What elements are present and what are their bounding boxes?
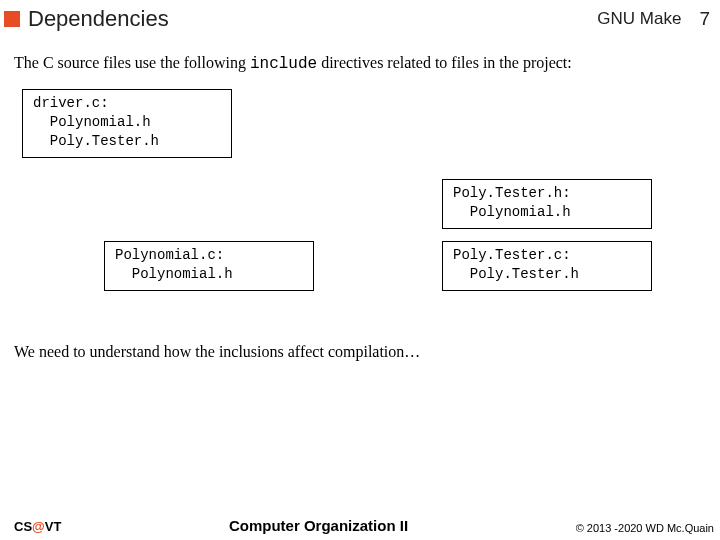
slide-title: Dependencies	[28, 6, 597, 32]
intro-code: include	[250, 55, 317, 73]
footer-copyright: © 2013 -2020 WD Mc.Quain	[576, 522, 714, 534]
slide-footer: CS@VT Computer Organization II © 2013 -2…	[0, 517, 720, 534]
dependency-diagram: driver.c: Polynomial.h Poly.Tester.h Pol…	[0, 83, 720, 343]
footer-course: Computer Organization II	[61, 517, 575, 534]
slide-topic: GNU Make	[597, 9, 681, 29]
intro-text: The C source files use the following inc…	[0, 36, 720, 73]
footer-org-vt: VT	[45, 519, 62, 534]
code-box-polytester-h: Poly.Tester.h: Polynomial.h	[442, 179, 652, 229]
intro-pre: The C source files use the following	[14, 54, 250, 71]
footer-org-cs: CS	[14, 519, 32, 534]
code-box-driver: driver.c: Polynomial.h Poly.Tester.h	[22, 89, 232, 158]
footer-org-at: @	[32, 519, 45, 534]
footer-org: CS@VT	[14, 519, 61, 534]
intro-post: directives related to files in the proje…	[317, 54, 572, 71]
code-box-polynomial-c: Polynomial.c: Polynomial.h	[104, 241, 314, 291]
title-bullet-icon	[4, 11, 20, 27]
slide-header: Dependencies GNU Make 7	[0, 0, 720, 36]
closing-text: We need to understand how the inclusions…	[0, 343, 720, 361]
code-box-polytester-c: Poly.Tester.c: Poly.Tester.h	[442, 241, 652, 291]
page-number: 7	[699, 8, 710, 30]
